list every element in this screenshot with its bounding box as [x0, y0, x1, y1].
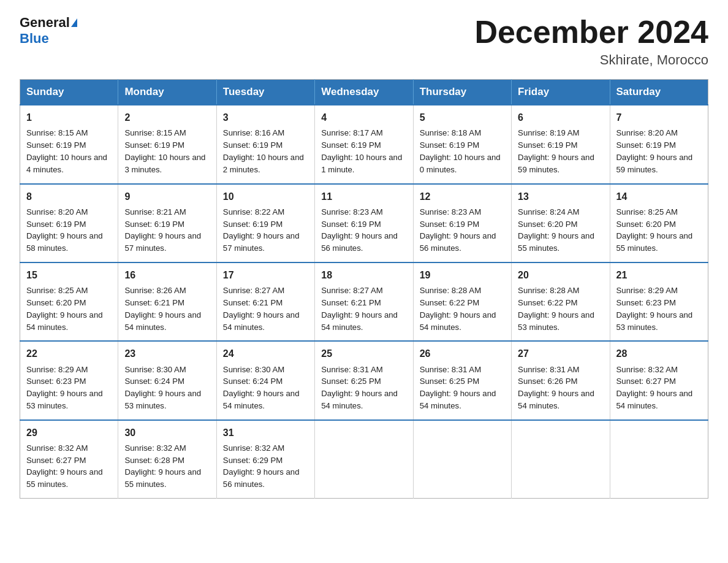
- day-number: 1: [26, 110, 112, 124]
- day-info: Sunrise: 8:28 AMSunset: 6:22 PMDaylight:…: [420, 286, 496, 331]
- day-number: 7: [616, 110, 702, 124]
- calendar-cell: 26Sunrise: 8:31 AMSunset: 6:25 PMDayligh…: [413, 341, 511, 419]
- day-info: Sunrise: 8:26 AMSunset: 6:21 PMDaylight:…: [124, 286, 201, 331]
- calendar-cell: 28Sunrise: 8:32 AMSunset: 6:27 PMDayligh…: [610, 341, 708, 419]
- day-info: Sunrise: 8:19 AMSunset: 6:19 PMDaylight:…: [518, 128, 594, 174]
- day-number: 24: [223, 347, 308, 361]
- calendar-cell: 7Sunrise: 8:20 AMSunset: 6:19 PMDaylight…: [610, 105, 708, 183]
- calendar-cell: 11Sunrise: 8:23 AMSunset: 6:19 PMDayligh…: [315, 184, 413, 262]
- day-info: Sunrise: 8:23 AMSunset: 6:19 PMDaylight:…: [321, 207, 398, 253]
- day-number: 3: [223, 110, 308, 124]
- day-info: Sunrise: 8:27 AMSunset: 6:21 PMDaylight:…: [321, 286, 398, 331]
- calendar-cell: 29Sunrise: 8:32 AMSunset: 6:27 PMDayligh…: [20, 420, 118, 499]
- calendar-week-row: 29Sunrise: 8:32 AMSunset: 6:27 PMDayligh…: [20, 420, 708, 499]
- calendar-cell: 23Sunrise: 8:30 AMSunset: 6:24 PMDayligh…: [118, 341, 216, 419]
- calendar-cell: 9Sunrise: 8:21 AMSunset: 6:19 PMDaylight…: [118, 184, 216, 262]
- calendar-cell: 20Sunrise: 8:28 AMSunset: 6:22 PMDayligh…: [512, 262, 610, 341]
- month-title: December 2024: [474, 15, 708, 50]
- day-number: 9: [124, 190, 210, 204]
- calendar-header-thursday: Thursday: [413, 80, 511, 105]
- day-info: Sunrise: 8:32 AMSunset: 6:27 PMDaylight:…: [26, 443, 103, 489]
- day-info: Sunrise: 8:15 AMSunset: 6:19 PMDaylight:…: [26, 128, 107, 174]
- calendar-cell: 24Sunrise: 8:30 AMSunset: 6:24 PMDayligh…: [216, 341, 314, 419]
- calendar-cell: [315, 420, 413, 499]
- day-number: 28: [616, 347, 702, 361]
- day-info: Sunrise: 8:29 AMSunset: 6:23 PMDaylight:…: [26, 365, 103, 410]
- day-info: Sunrise: 8:30 AMSunset: 6:24 PMDaylight:…: [223, 365, 300, 410]
- day-number: 15: [26, 268, 112, 282]
- day-info: Sunrise: 8:31 AMSunset: 6:25 PMDaylight:…: [420, 365, 496, 410]
- day-info: Sunrise: 8:25 AMSunset: 6:20 PMDaylight:…: [616, 207, 693, 253]
- calendar-cell: 8Sunrise: 8:20 AMSunset: 6:19 PMDaylight…: [20, 184, 118, 262]
- day-info: Sunrise: 8:20 AMSunset: 6:19 PMDaylight:…: [26, 207, 103, 253]
- calendar-cell: 15Sunrise: 8:25 AMSunset: 6:20 PMDayligh…: [20, 262, 118, 341]
- calendar-cell: 1Sunrise: 8:15 AMSunset: 6:19 PMDaylight…: [20, 105, 118, 183]
- logo: General Blue: [20, 15, 77, 47]
- day-info: Sunrise: 8:31 AMSunset: 6:26 PMDaylight:…: [518, 365, 594, 410]
- calendar-cell: 30Sunrise: 8:32 AMSunset: 6:28 PMDayligh…: [118, 420, 216, 499]
- calendar-cell: 6Sunrise: 8:19 AMSunset: 6:19 PMDaylight…: [512, 105, 610, 183]
- calendar-week-row: 1Sunrise: 8:15 AMSunset: 6:19 PMDaylight…: [20, 105, 708, 183]
- calendar-header-friday: Friday: [512, 80, 610, 105]
- day-info: Sunrise: 8:28 AMSunset: 6:22 PMDaylight:…: [518, 286, 594, 331]
- day-number: 10: [223, 190, 308, 204]
- calendar-cell: 17Sunrise: 8:27 AMSunset: 6:21 PMDayligh…: [216, 262, 314, 341]
- calendar-cell: 21Sunrise: 8:29 AMSunset: 6:23 PMDayligh…: [610, 262, 708, 341]
- day-number: 19: [420, 268, 505, 282]
- calendar-week-row: 22Sunrise: 8:29 AMSunset: 6:23 PMDayligh…: [20, 341, 708, 419]
- logo-triangle-icon: [71, 18, 77, 27]
- calendar-cell: 14Sunrise: 8:25 AMSunset: 6:20 PMDayligh…: [610, 184, 708, 262]
- day-number: 17: [223, 268, 308, 282]
- calendar-cell: 25Sunrise: 8:31 AMSunset: 6:25 PMDayligh…: [315, 341, 413, 419]
- day-number: 16: [124, 268, 210, 282]
- day-info: Sunrise: 8:20 AMSunset: 6:19 PMDaylight:…: [616, 128, 693, 174]
- day-number: 25: [321, 347, 406, 361]
- day-info: Sunrise: 8:29 AMSunset: 6:23 PMDaylight:…: [616, 286, 693, 331]
- day-number: 21: [616, 268, 702, 282]
- calendar-cell: 19Sunrise: 8:28 AMSunset: 6:22 PMDayligh…: [413, 262, 511, 341]
- day-info: Sunrise: 8:22 AMSunset: 6:19 PMDaylight:…: [223, 207, 300, 253]
- calendar-cell: 2Sunrise: 8:15 AMSunset: 6:19 PMDaylight…: [118, 105, 216, 183]
- day-info: Sunrise: 8:24 AMSunset: 6:20 PMDaylight:…: [518, 207, 594, 253]
- day-info: Sunrise: 8:30 AMSunset: 6:24 PMDaylight:…: [124, 365, 201, 410]
- calendar-cell: 10Sunrise: 8:22 AMSunset: 6:19 PMDayligh…: [216, 184, 314, 262]
- calendar-cell: 18Sunrise: 8:27 AMSunset: 6:21 PMDayligh…: [315, 262, 413, 341]
- logo-general-text: General: [20, 15, 70, 31]
- day-info: Sunrise: 8:27 AMSunset: 6:21 PMDaylight:…: [223, 286, 300, 331]
- day-number: 29: [26, 426, 112, 440]
- day-info: Sunrise: 8:18 AMSunset: 6:19 PMDaylight:…: [420, 128, 501, 174]
- day-number: 30: [124, 426, 210, 440]
- day-number: 26: [420, 347, 505, 361]
- day-number: 22: [26, 347, 112, 361]
- calendar-cell: 12Sunrise: 8:23 AMSunset: 6:19 PMDayligh…: [413, 184, 511, 262]
- day-number: 18: [321, 268, 406, 282]
- day-number: 8: [26, 190, 112, 204]
- day-info: Sunrise: 8:23 AMSunset: 6:19 PMDaylight:…: [420, 207, 496, 253]
- calendar-cell: 13Sunrise: 8:24 AMSunset: 6:20 PMDayligh…: [512, 184, 610, 262]
- calendar-cell: 16Sunrise: 8:26 AMSunset: 6:21 PMDayligh…: [118, 262, 216, 341]
- day-number: 5: [420, 110, 505, 124]
- calendar-week-row: 15Sunrise: 8:25 AMSunset: 6:20 PMDayligh…: [20, 262, 708, 341]
- day-info: Sunrise: 8:17 AMSunset: 6:19 PMDaylight:…: [321, 128, 402, 174]
- calendar-cell: 5Sunrise: 8:18 AMSunset: 6:19 PMDaylight…: [413, 105, 511, 183]
- day-number: 20: [518, 268, 603, 282]
- day-info: Sunrise: 8:16 AMSunset: 6:19 PMDaylight:…: [223, 128, 304, 174]
- calendar-week-row: 8Sunrise: 8:20 AMSunset: 6:19 PMDaylight…: [20, 184, 708, 262]
- calendar-cell: [512, 420, 610, 499]
- location-subtitle: Skhirate, Morocco: [474, 52, 708, 68]
- calendar-table: SundayMondayTuesdayWednesdayThursdayFrid…: [20, 79, 708, 499]
- day-number: 6: [518, 110, 603, 124]
- day-info: Sunrise: 8:32 AMSunset: 6:28 PMDaylight:…: [124, 443, 201, 489]
- day-info: Sunrise: 8:32 AMSunset: 6:29 PMDaylight:…: [223, 443, 300, 489]
- day-info: Sunrise: 8:31 AMSunset: 6:25 PMDaylight:…: [321, 365, 398, 410]
- calendar-cell: 4Sunrise: 8:17 AMSunset: 6:19 PMDaylight…: [315, 105, 413, 183]
- calendar-header-wednesday: Wednesday: [315, 80, 413, 105]
- day-number: 2: [124, 110, 210, 124]
- calendar-header-sunday: Sunday: [20, 80, 118, 105]
- calendar-header-tuesday: Tuesday: [216, 80, 314, 105]
- page-header: General Blue December 2024 Skhirate, Mor…: [20, 15, 708, 68]
- logo-blue-text: Blue: [20, 31, 49, 47]
- day-info: Sunrise: 8:32 AMSunset: 6:27 PMDaylight:…: [616, 365, 693, 410]
- calendar-cell: 22Sunrise: 8:29 AMSunset: 6:23 PMDayligh…: [20, 341, 118, 419]
- day-number: 13: [518, 190, 603, 204]
